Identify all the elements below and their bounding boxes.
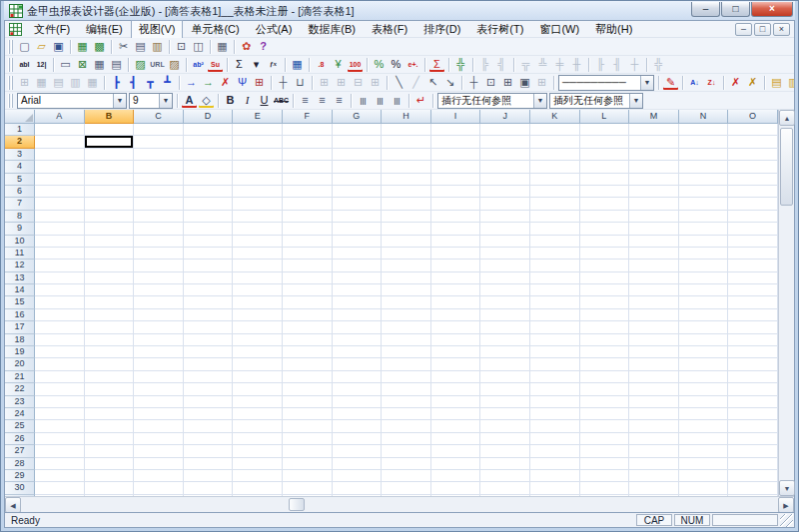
sort-descending-icon[interactable]: Z↓ bbox=[703, 75, 720, 91]
cell-F9[interactable] bbox=[283, 223, 333, 235]
border-inner-icon[interactable]: ┼ bbox=[465, 75, 482, 91]
rounded-rect-icon[interactable]: ▭ bbox=[57, 57, 74, 73]
cell-J13[interactable] bbox=[480, 272, 530, 284]
cell-G23[interactable] bbox=[333, 396, 383, 408]
cell-L7[interactable] bbox=[580, 198, 630, 210]
cell-B13[interactable] bbox=[85, 272, 135, 284]
row-header-7[interactable]: 7 bbox=[5, 198, 35, 210]
cell-D7[interactable] bbox=[184, 198, 234, 210]
table-compute-icon[interactable]: ▦ bbox=[289, 57, 306, 73]
cell-F29[interactable] bbox=[283, 470, 333, 482]
cell-H17[interactable] bbox=[382, 321, 431, 333]
cell-E11[interactable] bbox=[233, 248, 283, 260]
cell-F30[interactable] bbox=[283, 482, 333, 494]
cell-E18[interactable] bbox=[233, 334, 283, 346]
cell-I19[interactable] bbox=[431, 346, 481, 358]
cell-O19[interactable] bbox=[728, 346, 778, 358]
cell-J17[interactable] bbox=[480, 321, 530, 333]
cell-G8[interactable] bbox=[333, 211, 383, 223]
cell-B23[interactable] bbox=[85, 396, 135, 408]
cell-O7[interactable] bbox=[728, 198, 778, 210]
cell-I15[interactable] bbox=[431, 296, 481, 308]
cell-F25[interactable] bbox=[283, 420, 333, 432]
cell-F22[interactable] bbox=[283, 383, 333, 395]
cell-I14[interactable] bbox=[431, 284, 481, 296]
cell-O13[interactable] bbox=[728, 272, 778, 284]
cell-M3[interactable] bbox=[629, 149, 679, 161]
cell-L28[interactable] bbox=[580, 458, 630, 470]
cell-E9[interactable] bbox=[233, 223, 283, 235]
toolbar-grip[interactable] bbox=[8, 40, 13, 54]
cell-I21[interactable] bbox=[431, 371, 481, 383]
cell-E8[interactable] bbox=[233, 211, 283, 223]
percent-divide-icon[interactable]: % bbox=[371, 57, 388, 73]
row-header-13[interactable]: 13 bbox=[5, 272, 35, 284]
cell-G21[interactable] bbox=[333, 371, 383, 383]
cell-O5[interactable] bbox=[728, 174, 778, 186]
menu-database[interactable]: 数据库(B) bbox=[300, 20, 364, 39]
cell-L22[interactable] bbox=[580, 383, 630, 395]
cell-F10[interactable] bbox=[283, 236, 333, 248]
cell-L19[interactable] bbox=[580, 346, 630, 358]
cell-A25[interactable] bbox=[35, 420, 85, 432]
cell-I17[interactable] bbox=[431, 321, 481, 333]
cell-B25[interactable] bbox=[85, 420, 135, 432]
cell-C22[interactable] bbox=[134, 383, 184, 395]
cell-C17[interactable] bbox=[134, 321, 184, 333]
column-header-J[interactable]: J bbox=[480, 110, 530, 124]
cell-M17[interactable] bbox=[629, 321, 679, 333]
cell-I30[interactable] bbox=[431, 482, 481, 494]
cell-J18[interactable] bbox=[480, 334, 530, 346]
cell-H10[interactable] bbox=[382, 236, 431, 248]
cell-M13[interactable] bbox=[629, 272, 679, 284]
cell-H20[interactable] bbox=[382, 358, 431, 370]
insert-column-icon[interactable]: → bbox=[200, 75, 217, 91]
cell-A9[interactable] bbox=[35, 223, 85, 235]
cell-A29[interactable] bbox=[35, 470, 85, 482]
delete-sheet-icon[interactable]: ✗ bbox=[727, 75, 744, 91]
cell-A16[interactable] bbox=[35, 309, 85, 321]
cell-G1[interactable] bbox=[333, 124, 383, 136]
decimal-places-icon[interactable]: .8 bbox=[313, 57, 330, 73]
checkbox-control-icon[interactable]: ⊠ bbox=[74, 57, 91, 73]
cell-A5[interactable] bbox=[35, 174, 85, 186]
cell-N9[interactable] bbox=[679, 223, 729, 235]
cell-M15[interactable] bbox=[629, 296, 679, 308]
cell-D6[interactable] bbox=[184, 186, 234, 198]
cell-O15[interactable] bbox=[728, 296, 778, 308]
align-center-icon[interactable]: ≡ bbox=[314, 93, 331, 109]
row-header-4[interactable]: 4 bbox=[5, 161, 35, 173]
cell-A13[interactable] bbox=[35, 272, 85, 284]
cell-O16[interactable] bbox=[728, 309, 778, 321]
cell-O2[interactable] bbox=[728, 136, 778, 148]
cell-I11[interactable] bbox=[431, 248, 481, 260]
cell-G19[interactable] bbox=[333, 346, 383, 358]
cell-I6[interactable] bbox=[431, 186, 481, 198]
cell-M30[interactable] bbox=[629, 482, 679, 494]
toolbar-grip[interactable] bbox=[8, 76, 13, 90]
cell-F26[interactable] bbox=[283, 433, 333, 445]
cell-G11[interactable] bbox=[333, 248, 383, 260]
column-header-L[interactable]: L bbox=[580, 110, 630, 124]
cell-D1[interactable] bbox=[184, 124, 234, 136]
menu-help[interactable]: 帮助(H) bbox=[587, 20, 640, 39]
cell-N23[interactable] bbox=[679, 396, 729, 408]
cell-A11[interactable] bbox=[35, 248, 85, 260]
cell-C3[interactable] bbox=[134, 149, 184, 161]
insert-row-reference-dropdown-icon[interactable]: ▼ bbox=[533, 94, 546, 108]
cell-B20[interactable] bbox=[85, 358, 135, 370]
cell-B1[interactable] bbox=[85, 124, 135, 136]
cell-J11[interactable] bbox=[480, 248, 530, 260]
cell-A28[interactable] bbox=[35, 458, 85, 470]
cell-B3[interactable] bbox=[85, 149, 135, 161]
cell-M1[interactable] bbox=[629, 124, 679, 136]
scroll-left-icon[interactable]: ◀ bbox=[5, 497, 21, 513]
cell-I25[interactable] bbox=[431, 420, 481, 432]
cell-K23[interactable] bbox=[530, 396, 580, 408]
cell-B2[interactable] bbox=[85, 136, 135, 148]
cell-G26[interactable] bbox=[333, 433, 383, 445]
cell-G7[interactable] bbox=[333, 198, 383, 210]
cell-M14[interactable] bbox=[629, 284, 679, 296]
wrap-text-icon[interactable]: ↵ bbox=[412, 93, 429, 109]
cell-E26[interactable] bbox=[233, 433, 283, 445]
